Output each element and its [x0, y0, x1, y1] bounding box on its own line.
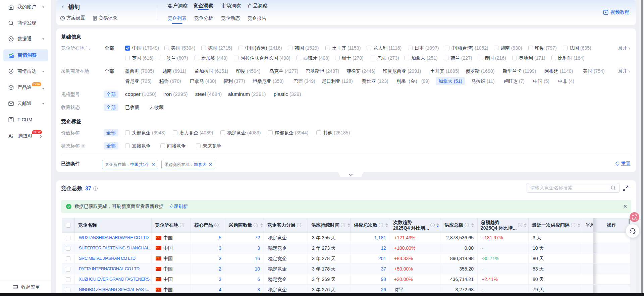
svg-text:A: A	[634, 217, 637, 220]
svg-text:ı̀: ı̀	[12, 134, 13, 138]
svg-text:A: A	[8, 133, 12, 139]
